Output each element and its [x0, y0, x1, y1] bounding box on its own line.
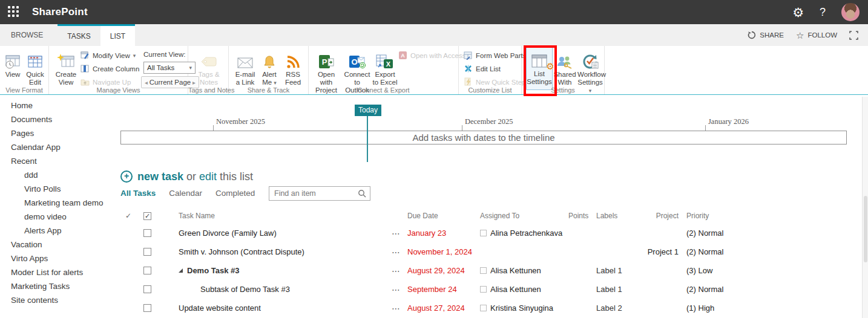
task-name-subtask[interactable]: Subtask of Demo Task #3 [166, 285, 384, 294]
row-menu-ellipsis[interactable]: ⋯ [384, 229, 401, 238]
shared-with-button[interactable]: Shared With [553, 48, 576, 86]
table-row[interactable]: Demo Task #3 ⋯ August 29, 2024 Alisa Ket… [120, 261, 745, 280]
sidebar-item-pages[interactable]: Pages [0, 126, 119, 140]
view-button[interactable]: View [3, 48, 22, 79]
month-tick [462, 125, 462, 131]
tab-tasks[interactable]: TASKS [58, 26, 100, 46]
share-button[interactable]: SHARE [748, 31, 784, 39]
assigned-to[interactable]: Kristina Sinyugina [474, 303, 562, 313]
edit-list-link[interactable]: edit [199, 170, 217, 183]
row-menu-ellipsis[interactable]: ⋯ [384, 247, 401, 257]
sidebar-item-marketing-tasks[interactable]: Marketing Tasks [0, 279, 119, 293]
modify-view-button[interactable]: Modify View▾ [81, 51, 136, 60]
view-tab-all-tasks[interactable]: All Tasks [120, 189, 156, 198]
sidebar-item-vacation[interactable]: Vacation [0, 238, 119, 251]
app-launcher-waffle-icon[interactable] [8, 6, 20, 18]
task-name[interactable]: Green Divorce (Family Law) [166, 229, 384, 238]
new-quick-step-button[interactable]: New Quick Step [464, 77, 525, 86]
outlook-icon: O [342, 48, 372, 70]
create-column-icon [81, 64, 90, 73]
row-menu-ellipsis[interactable]: ⋯ [384, 285, 401, 294]
row-checkbox[interactable] [143, 248, 151, 256]
vertical-scrollbar[interactable] [862, 97, 868, 318]
quick-edit-button[interactable]: Quick Edit [24, 48, 46, 86]
edit-list-button[interactable]: Edit List [464, 64, 501, 73]
sidebar-item-demo-video[interactable]: demo video [0, 210, 119, 224]
assigned-to[interactable]: Alisa Kettunen [474, 266, 562, 275]
list-command-bar: + new task or edit this list [120, 169, 253, 184]
sidebar-item-calendar-app[interactable]: Calendar App [0, 140, 119, 154]
focus-on-content-icon[interactable] [849, 31, 858, 40]
ribbon-group-share-track: E-mail a Link Alert Me ▾ RSS Feed Share … [229, 46, 309, 94]
tab-list[interactable]: LIST [100, 26, 135, 46]
header-assigned-to[interactable]: Assigned To [474, 212, 562, 220]
sidebar-item-virto-polls[interactable]: Virto Polls [0, 182, 119, 196]
task-name-parent[interactable]: Demo Task #3 [166, 266, 384, 275]
sidebar-item-recent[interactable]: Recent [0, 154, 119, 168]
ribbon: View Quick Edit View Format Create View … [0, 46, 868, 95]
user-avatar[interactable] [841, 3, 860, 21]
row-menu-ellipsis[interactable]: ⋯ [384, 303, 401, 313]
view-tab-completed[interactable]: Completed [215, 189, 255, 198]
row-checkbox[interactable] [143, 267, 151, 274]
create-column-button[interactable]: Create Column [81, 64, 139, 73]
or-text: or [186, 170, 196, 183]
header-priority[interactable]: Priority [679, 212, 745, 220]
contextual-tab-group: TASKS LIST [58, 24, 135, 46]
rss-feed-button[interactable]: RSS Feed [282, 48, 304, 86]
list-settings-button[interactable]: ⚙ List Settings [526, 47, 553, 90]
modify-view-icon [81, 51, 90, 60]
table-row[interactable]: Smith v. Johnson (Contract Dispute) ⋯ No… [120, 242, 745, 261]
scrollbar-thumb[interactable] [864, 196, 867, 262]
header-labels[interactable]: Labels [590, 212, 645, 220]
tab-browse[interactable]: BROWSE [1, 24, 53, 46]
table-row[interactable]: Green Divorce (Family Law) ⋯ January 23 … [120, 224, 745, 242]
table-row[interactable]: Update website content ⋯ August 27, 2024… [120, 299, 745, 317]
export-to-excel-button[interactable]: X Export to Excel [371, 48, 399, 86]
new-task-link[interactable]: new task [137, 170, 183, 183]
settings-gear-icon[interactable]: ⚙ [792, 6, 804, 19]
help-icon[interactable]: ? [820, 6, 826, 19]
row-menu-ellipsis[interactable]: ⋯ [384, 266, 401, 276]
sidebar-item-home[interactable]: Home [0, 99, 119, 112]
navigate-up-icon [81, 77, 90, 86]
navigate-up-button[interactable]: Navigate Up [81, 77, 131, 86]
task-name[interactable]: Smith v. Johnson (Contract Dispute) [166, 247, 384, 256]
row-checkbox[interactable] [143, 285, 151, 293]
due-date: August 29, 2024 [401, 266, 474, 275]
priority: (1) High [679, 303, 745, 313]
header-task-name[interactable]: Task Name [166, 212, 384, 220]
follow-button[interactable]: ☆ FOLLOW [796, 31, 837, 40]
sidebar-item-site-contents[interactable]: Site contents [0, 293, 119, 307]
collapse-triangle-icon[interactable] [179, 268, 183, 273]
priority: (2) Normal [679, 247, 745, 256]
search-icon[interactable] [358, 189, 366, 198]
header-project[interactable]: Project [645, 212, 679, 220]
view-tab-calendar[interactable]: Calendar [169, 189, 202, 198]
sidebar-item-alerts-app[interactable]: Alerts App [0, 224, 119, 238]
table-row[interactable]: Subtask of Demo Task #3 ⋯ September 24 A… [120, 280, 745, 299]
tags-notes-button[interactable]: Tags & Notes [195, 48, 223, 86]
header-points[interactable]: Points [562, 212, 590, 220]
assigned-to[interactable]: Alina Petrachenkava [474, 229, 562, 238]
sidebar-item-virto-apps[interactable]: Virto Apps [0, 251, 119, 265]
ribbon-group-customize-list: Form Web Parts▾ Edit List New Quick Step… [459, 46, 522, 94]
email-link-button[interactable]: E-mail a Link [232, 48, 258, 86]
sidebar-item-documents[interactable]: Documents [0, 112, 119, 126]
row-checkbox[interactable] [143, 304, 151, 312]
row-checkbox[interactable] [143, 229, 151, 237]
timeline-placeholder-bar[interactable]: Add tasks with dates to the timeline [120, 131, 847, 144]
select-all-checkbox[interactable]: ✓ [143, 212, 151, 220]
task-name[interactable]: Update website content [166, 303, 384, 313]
alert-me-button[interactable]: Alert Me ▾ [259, 48, 280, 87]
header-due-date[interactable]: Due Date [401, 212, 474, 220]
select-all-check-icon[interactable]: ✓ [120, 212, 143, 220]
open-with-access-button[interactable]: A Open with Access [398, 51, 465, 60]
search-input[interactable] [269, 189, 358, 198]
sidebar-item-moder-list-for-alerts[interactable]: Moder List for alerts [0, 265, 119, 279]
create-view-button[interactable]: Create View [54, 48, 78, 86]
pager-left-icon[interactable]: ◂ [145, 79, 148, 86]
assigned-to[interactable]: Alisa Kettunen [474, 285, 562, 294]
sidebar-item-ddd[interactable]: ddd [0, 168, 119, 182]
sidebar-item-marketing-team-demo[interactable]: Marketing team demo [0, 196, 119, 210]
